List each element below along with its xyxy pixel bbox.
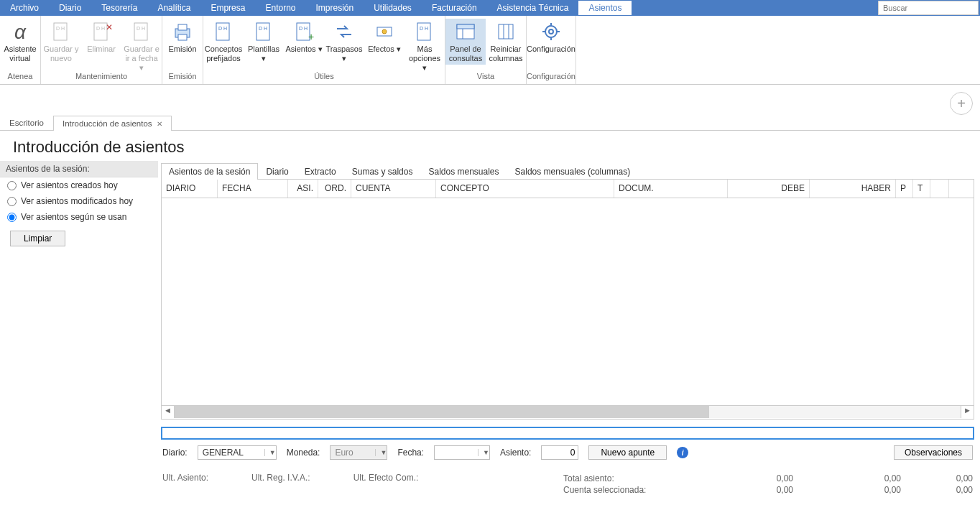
radio-input[interactable] xyxy=(7,181,17,190)
moneda-label: Moneda: xyxy=(287,448,320,458)
menu-item-entorno[interactable]: Entorno xyxy=(255,1,305,15)
gear-icon xyxy=(540,20,563,43)
ribbon-group-label: Emisión xyxy=(162,72,203,82)
grid-col-concepto[interactable]: CONCEPTO xyxy=(436,180,614,198)
radio-input[interactable] xyxy=(7,197,17,206)
svg-text:α: α xyxy=(14,21,27,43)
doc-tab-introduccindeasientos[interactable]: Introducción de asientos✕ xyxy=(53,116,172,131)
grid-col-blank[interactable] xyxy=(930,180,949,198)
active-entry-bar[interactable] xyxy=(161,427,974,440)
sub-tab-extracto[interactable]: Extracto xyxy=(297,163,344,180)
ribbon-btn-msopciones[interactable]: D HMás opciones ▾ xyxy=(405,19,445,75)
grid-horizontal-scrollbar[interactable]: ◄ ► xyxy=(162,405,974,418)
ribbon-btn-reiniciarcolumnas[interactable]: Reiniciar columnas xyxy=(486,19,526,65)
ribbon-btn-label: Efectos ▾ xyxy=(368,45,401,54)
total-asiento-label: Total asiento: xyxy=(563,473,685,484)
ribbon-btn-label: Traspasos ▾ xyxy=(325,45,363,63)
grid-body[interactable] xyxy=(162,198,974,405)
menu-item-diario[interactable]: Diario xyxy=(49,1,91,15)
ribbon-btn-label: Asientos ▾ xyxy=(285,45,322,54)
clear-button[interactable]: Limpiar xyxy=(10,231,65,246)
ribbon-btn-label: Panel de consultas xyxy=(447,45,484,63)
scroll-track[interactable] xyxy=(175,406,961,418)
sub-tab-saldosmensuales[interactable]: Saldos mensuales xyxy=(420,163,507,180)
menu-item-asistenciatcnica[interactable]: Asistencia Técnica xyxy=(487,1,579,15)
footer-val: 0,00 xyxy=(793,473,901,484)
sub-tab-diario[interactable]: Diario xyxy=(258,163,296,180)
grid-col-fecha[interactable]: FECHA xyxy=(218,180,288,198)
ribbon-btn-traspasos[interactable]: Traspasos ▾ xyxy=(324,19,364,65)
grid-col-p[interactable]: P xyxy=(896,180,913,198)
diario-combo[interactable]: GENERAL ▼ xyxy=(198,445,277,460)
scroll-right-icon[interactable]: ► xyxy=(961,406,974,418)
doc-del-icon: D H✕ xyxy=(90,20,113,43)
sub-tab-sumasysaldos[interactable]: Sumas y saldos xyxy=(344,163,421,180)
ribbon-btn-efectos[interactable]: Efectos ▾ xyxy=(364,19,405,55)
sub-tab-saldosmensualescolumnas[interactable]: Saldos mensuales (columnas) xyxy=(507,163,639,180)
asiento-input[interactable] xyxy=(541,445,578,460)
menu-item-empresa[interactable]: Empresa xyxy=(200,1,255,15)
close-icon[interactable]: ✕ xyxy=(157,120,162,128)
columns-icon xyxy=(494,20,517,43)
sub-tab-asientosdelasesin[interactable]: Asientos de la sesión xyxy=(161,163,258,180)
ribbon-btn-asientos[interactable]: D H+Asientos ▾ xyxy=(284,19,324,55)
chevron-down-icon[interactable]: ▼ xyxy=(264,449,276,456)
chevron-down-icon[interactable]: ▼ xyxy=(375,449,387,456)
doc-tab-escritorio[interactable]: Escritorio xyxy=(0,115,53,130)
grid-col-cuenta[interactable]: CUENTA xyxy=(351,180,436,198)
session-filter-option[interactable]: Ver asientos según se usan xyxy=(0,209,158,225)
menu-item-archivo[interactable]: Archivo xyxy=(0,1,49,15)
svg-text:D H: D H xyxy=(96,26,105,31)
ribbon-btn-paneldeconsultas[interactable]: Panel de consultas xyxy=(445,19,486,65)
menu-item-tesorera[interactable]: Tesorería xyxy=(91,1,147,15)
scroll-left-icon[interactable]: ◄ xyxy=(162,406,175,418)
menu-item-analtica[interactable]: Analítica xyxy=(147,1,200,15)
ribbon-btn-plantillas[interactable]: D HPlantillas ▾ xyxy=(244,19,284,65)
new-entry-button[interactable]: Nuevo apunte xyxy=(588,445,667,460)
grid-col-t[interactable]: T xyxy=(913,180,930,198)
ribbon-btn-label: Emisión xyxy=(168,45,196,54)
ribbon-btn-label: Guardar e ir a fecha ▾ xyxy=(123,45,160,73)
svg-text:D H: D H xyxy=(420,26,428,31)
radio-input[interactable] xyxy=(7,213,17,222)
ribbon-btn-emisin[interactable]: Emisión xyxy=(162,19,203,55)
menu-item-impresin[interactable]: Impresión xyxy=(305,1,364,15)
menu-item-facturacin[interactable]: Facturación xyxy=(422,1,487,15)
grid-col-diario[interactable]: DIARIO xyxy=(162,180,218,198)
ult-asiento-label: Ult. Asiento: xyxy=(162,473,208,496)
grid-col-debe[interactable]: DEBE xyxy=(728,180,810,198)
content-panel: Asientos de la sesiónDiarioExtractoSumas… xyxy=(158,161,980,496)
grid-col-ord[interactable]: ORD. xyxy=(318,180,351,198)
chevron-down-icon[interactable]: ▼ xyxy=(478,449,489,456)
svg-rect-23 xyxy=(457,24,474,29)
scroll-thumb[interactable] xyxy=(175,406,709,418)
session-filter-option[interactable]: Ver asientos modificados hoy xyxy=(0,193,158,209)
session-panel-header: Asientos de la sesión: xyxy=(0,161,158,177)
grid-col-docum[interactable]: DOCUM. xyxy=(614,180,728,198)
ribbon-group-vista: Panel de consultasReiniciar columnasVist… xyxy=(445,16,527,84)
entry-form: Diario: GENERAL ▼ Moneda: Euro ▼ Fecha: … xyxy=(161,444,974,461)
observations-button[interactable]: Observaciones xyxy=(894,445,973,460)
svg-point-19 xyxy=(382,29,387,34)
ribbon-btn-conceptosprefijados[interactable]: D HConceptos prefijados xyxy=(203,19,244,65)
moneda-combo[interactable]: Euro ▼ xyxy=(330,445,387,460)
ribbon-btn-guardarynuevo: D HGuardar y nuevo xyxy=(41,19,81,65)
radio-label: Ver asientos modificados hoy xyxy=(21,196,133,206)
search-input[interactable] xyxy=(878,1,979,15)
ribbon-btn-configuracin[interactable]: Configuración xyxy=(531,19,571,55)
menu-item-utilidades[interactable]: Utilidades xyxy=(364,1,422,15)
menu-item-asientos[interactable]: Asientos xyxy=(578,1,632,15)
add-tab-button[interactable]: + xyxy=(950,92,973,115)
session-filter-option[interactable]: Ver asientos creados hoy xyxy=(0,177,158,193)
ribbon-group-label: Mantenimiento xyxy=(41,72,162,82)
dh-plus-icon: D H+ xyxy=(292,20,315,43)
grid-col-haber[interactable]: HABER xyxy=(810,180,896,198)
fecha-combo[interactable]: ▼ xyxy=(434,445,490,460)
svg-text:✕: ✕ xyxy=(106,22,113,32)
info-icon[interactable]: i xyxy=(677,447,688,458)
ribbon-group-emisin: EmisiónEmisión xyxy=(162,16,203,84)
grid-col-asi[interactable]: ASI. xyxy=(288,180,318,198)
ribbon-btn-label: Más opciones ▾ xyxy=(406,45,443,73)
ribbon-btn-asistentevirtual[interactable]: αAsistente virtual xyxy=(0,19,40,65)
ribbon-group-label: Útiles xyxy=(203,72,445,82)
